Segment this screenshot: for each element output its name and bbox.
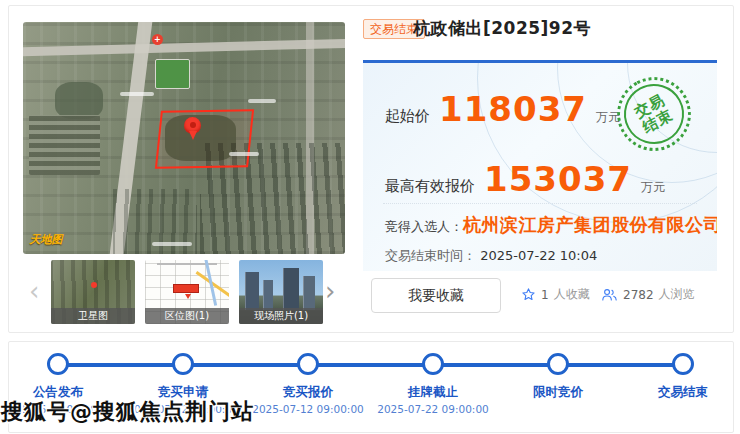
winner-row: 竞得入选人： 杭州滨江房产集团股份有限公司	[385, 213, 717, 237]
dotted-divider	[383, 203, 697, 204]
timeline-node-bidding	[297, 353, 319, 375]
map-industrial-blocks	[29, 115, 100, 175]
view-count-number: 2782	[623, 288, 654, 302]
highest-bid-row: 最高有效报价 153037 万元	[385, 159, 665, 199]
winner-label: 竞得入选人：	[385, 218, 463, 236]
map-label-blob	[152, 242, 192, 246]
map-label-blob	[229, 152, 259, 156]
highest-bid-label: 最高有效报价	[385, 177, 475, 196]
favorite-count-suffix: 人收藏	[554, 286, 590, 303]
map-trees	[55, 82, 103, 119]
timeline-node-limited-bidding	[547, 353, 569, 375]
end-time-label: 交易结束时间：	[385, 248, 476, 263]
thumbnail-building	[303, 276, 315, 310]
start-price-row: 起始价 118037 万元	[385, 89, 620, 129]
view-count: 2782人浏览	[601, 286, 695, 303]
map-provider-logo: 天地图	[29, 232, 62, 247]
thumbnail-building	[263, 280, 273, 310]
timeline-step-label: 交易结束	[618, 384, 734, 401]
thumbnails-next-button[interactable]: ›	[325, 276, 335, 306]
thumbnail-site-photo[interactable]: 现场照片(1)	[239, 260, 323, 324]
map-label-blob	[248, 99, 276, 103]
map-hospital-icon: +	[152, 34, 163, 45]
thumbnail-location-map[interactable]: 区位图(1)	[145, 260, 229, 324]
thumbnails-prev-button[interactable]: ‹	[29, 276, 39, 306]
end-time-value: 2025-07-22 10:04	[480, 248, 597, 263]
end-time-row: 交易结束时间： 2025-07-22 10:04	[385, 247, 597, 265]
start-price-value: 118037	[439, 89, 587, 129]
price-unit: 万元	[641, 179, 665, 196]
price-panel: 起始价 118037 万元 交易 结束 最高有效报价 153037 万元 竞得入…	[363, 63, 717, 271]
sohu-watermark: 搜狐号@搜狐焦点荆门站	[1, 397, 254, 427]
favorite-button[interactable]: 我要收藏	[371, 278, 501, 313]
satellite-map[interactable]: + 天地图	[23, 22, 345, 254]
thumbnail-label: 卫星图	[51, 308, 135, 324]
viewers-icon	[601, 287, 618, 302]
timeline-step-label: 限时竞价	[493, 384, 623, 401]
timeline-node-announcement	[47, 353, 69, 375]
map-label-blob	[120, 92, 154, 96]
map-road-horizontal	[23, 38, 345, 56]
timeline-node-ended	[672, 353, 694, 375]
star-icon	[521, 287, 536, 302]
timeline-node-application	[172, 353, 194, 375]
thumbnail-satellite[interactable]: 卫星图	[51, 260, 135, 324]
listing-card: + 天地图 ‹ 卫星图 区位图(1) 现场照片(1) ›	[8, 5, 734, 333]
map-location-pin-icon	[184, 117, 201, 134]
page: + 天地图 ‹ 卫星图 区位图(1) 现场照片(1) ›	[0, 0, 740, 434]
favorite-count: 1人收藏	[521, 286, 590, 303]
map-parcel-outline	[155, 109, 255, 169]
view-count-suffix: 人浏览	[659, 286, 695, 303]
timeline-line	[58, 363, 683, 367]
timeline-step-date: 2025-07-22 09:00:00	[363, 403, 503, 415]
timeline-step-label: 挂牌截止	[368, 384, 498, 401]
start-price-label: 起始价	[385, 107, 430, 126]
thumbnail-marker-dot	[91, 282, 97, 288]
thumbnail-building	[283, 268, 299, 310]
timeline-node-deadline	[422, 353, 444, 375]
thumbnail-label: 区位图(1)	[145, 308, 229, 324]
listing-title: 杭政储出[2025]92号	[413, 17, 591, 40]
thumbnail-map-marker	[173, 284, 199, 293]
thumbnail-label: 现场照片(1)	[239, 308, 323, 324]
thumbnail-building	[245, 272, 259, 310]
favorite-count-number: 1	[541, 288, 549, 302]
timeline-step-label: 竞买报价	[243, 384, 373, 401]
highest-bid-value: 153037	[484, 159, 632, 199]
timeline-step-date: 2025-07-12 09:00:00	[238, 403, 378, 415]
winner-name: 杭州滨江房产集团股份有限公司	[463, 213, 717, 237]
map-sports-field	[155, 59, 190, 89]
